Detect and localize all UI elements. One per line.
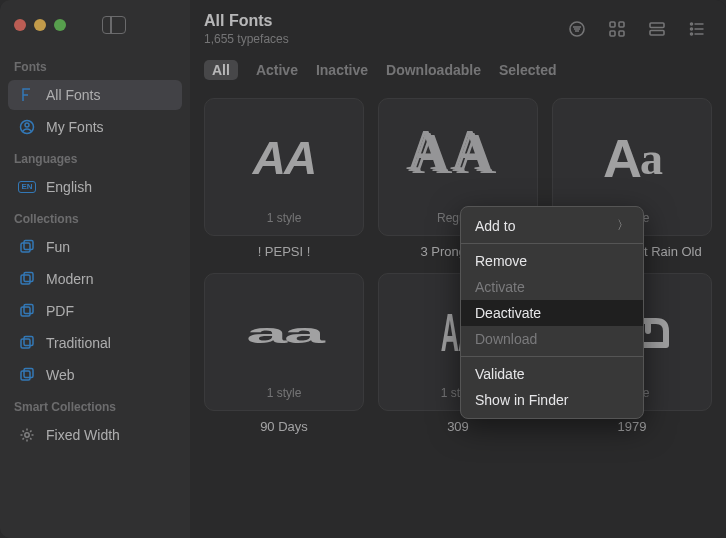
sidebar-item-fun[interactable]: Fun — [8, 232, 182, 262]
gear-icon — [18, 426, 36, 444]
svg-point-12 — [25, 433, 29, 437]
window-controls — [0, 8, 190, 52]
chevron-right-icon: 〉 — [617, 217, 629, 234]
font-card[interactable]: AA 1 style — [204, 98, 364, 236]
toolbar: All Fonts 1,655 typefaces — [190, 0, 726, 56]
filter-downloadable[interactable]: Downloadable — [386, 62, 481, 78]
ctx-deactivate[interactable]: Deactivate — [461, 300, 643, 326]
sidebar-item-web[interactable]: Web — [8, 360, 182, 390]
filter-inactive[interactable]: Inactive — [316, 62, 368, 78]
font-name: 90 Days — [204, 419, 364, 434]
ctx-item-label: Download — [475, 331, 537, 347]
svg-rect-18 — [650, 23, 664, 28]
ctx-item-label: Deactivate — [475, 305, 541, 321]
filter-active[interactable]: Active — [256, 62, 298, 78]
main-content: All Fonts 1,655 typefaces All Active Ina… — [190, 0, 726, 538]
svg-rect-17 — [619, 31, 624, 36]
font-preview: Aa — [563, 109, 701, 207]
svg-point-1 — [25, 123, 29, 127]
ctx-item-label: Remove — [475, 253, 527, 269]
font-preview: AAA AAA — [389, 109, 527, 207]
filter-all[interactable]: All — [204, 60, 238, 80]
svg-rect-19 — [650, 31, 664, 36]
sidebar-item-fixed-width[interactable]: Fixed Width — [8, 420, 182, 450]
grid-view-icon[interactable] — [602, 17, 632, 41]
sidebar-item-label: Fixed Width — [46, 427, 120, 443]
sidebar-section-collections: Collections — [0, 204, 190, 230]
collection-icon — [18, 238, 36, 256]
font-name: 1979 — [552, 419, 712, 434]
ctx-add-to[interactable]: Add to 〉 — [461, 212, 643, 239]
sidebar-item-traditional[interactable]: Traditional — [8, 328, 182, 358]
sidebar-item-label: All Fonts — [46, 87, 100, 103]
font-preview: aa — [190, 304, 394, 363]
svg-rect-8 — [21, 339, 30, 348]
sidebar-item-modern[interactable]: Modern — [8, 264, 182, 294]
ctx-show-in-finder[interactable]: Show in Finder — [461, 387, 643, 413]
sidebar-item-label: PDF — [46, 303, 74, 319]
filter-selected[interactable]: Selected — [499, 62, 557, 78]
svg-rect-6 — [21, 307, 30, 316]
sidebar-item-label: Fun — [46, 239, 70, 255]
sidebar-item-label: Web — [46, 367, 75, 383]
sidebar-toggle-icon[interactable] — [102, 16, 126, 34]
collection-icon — [18, 270, 36, 288]
font-name: 309 — [378, 419, 538, 434]
svg-rect-7 — [24, 305, 33, 314]
svg-rect-15 — [619, 22, 624, 27]
ctx-item-label: Activate — [475, 279, 525, 295]
close-window-button[interactable] — [14, 19, 26, 31]
rows-view-icon[interactable] — [642, 17, 672, 41]
ctx-item-label: Show in Finder — [475, 392, 568, 408]
collection-icon — [18, 334, 36, 352]
sidebar-item-english[interactable]: EN English — [8, 172, 182, 202]
font-f-icon — [18, 86, 36, 104]
sidebar-item-pdf[interactable]: PDF — [8, 296, 182, 326]
filter-circle-icon[interactable] — [562, 17, 592, 41]
collection-icon — [18, 366, 36, 384]
page-subtitle: 1,655 typefaces — [204, 32, 550, 46]
ctx-remove[interactable]: Remove — [461, 248, 643, 274]
fullscreen-window-button[interactable] — [54, 19, 66, 31]
svg-rect-16 — [610, 31, 615, 36]
sidebar: Fonts All Fonts My Fonts Languages EN En… — [0, 0, 190, 538]
collection-icon — [18, 302, 36, 320]
svg-rect-11 — [24, 369, 33, 378]
sidebar-section-fonts: Fonts — [0, 52, 190, 78]
svg-rect-3 — [24, 241, 33, 250]
ctx-item-label: Validate — [475, 366, 525, 382]
page-title: All Fonts — [204, 12, 550, 30]
svg-point-21 — [691, 28, 693, 30]
sidebar-item-all-fonts[interactable]: All Fonts — [8, 80, 182, 110]
ctx-separator — [461, 356, 643, 357]
ctx-separator — [461, 243, 643, 244]
sidebar-item-label: English — [46, 179, 92, 195]
filter-bar: All Active Inactive Downloadable Selecte… — [190, 56, 726, 90]
ctx-validate[interactable]: Validate — [461, 361, 643, 387]
font-styles: 1 style — [267, 211, 302, 225]
svg-point-20 — [691, 23, 693, 25]
ctx-item-label: Add to — [475, 218, 515, 234]
svg-point-22 — [691, 33, 693, 35]
font-card[interactable]: aa 1 style — [204, 273, 364, 411]
ctx-activate: Activate — [461, 274, 643, 300]
font-name: ! PEPSI ! — [204, 244, 364, 259]
context-menu: Add to 〉 Remove Activate Deactivate Down… — [460, 206, 644, 419]
ctx-download: Download — [461, 326, 643, 352]
svg-rect-10 — [21, 371, 30, 380]
svg-rect-14 — [610, 22, 615, 27]
language-en-icon: EN — [18, 178, 36, 196]
svg-rect-5 — [24, 273, 33, 282]
sidebar-item-my-fonts[interactable]: My Fonts — [8, 112, 182, 142]
person-circle-icon — [18, 118, 36, 136]
svg-rect-9 — [24, 337, 33, 346]
list-view-icon[interactable] — [682, 17, 712, 41]
svg-rect-2 — [21, 243, 30, 252]
sidebar-section-smart: Smart Collections — [0, 392, 190, 418]
minimize-window-button[interactable] — [34, 19, 46, 31]
sidebar-item-label: Traditional — [46, 335, 111, 351]
sidebar-section-languages: Languages — [0, 144, 190, 170]
font-styles: 1 style — [267, 386, 302, 400]
font-preview: AA — [215, 109, 353, 207]
svg-rect-4 — [21, 275, 30, 284]
